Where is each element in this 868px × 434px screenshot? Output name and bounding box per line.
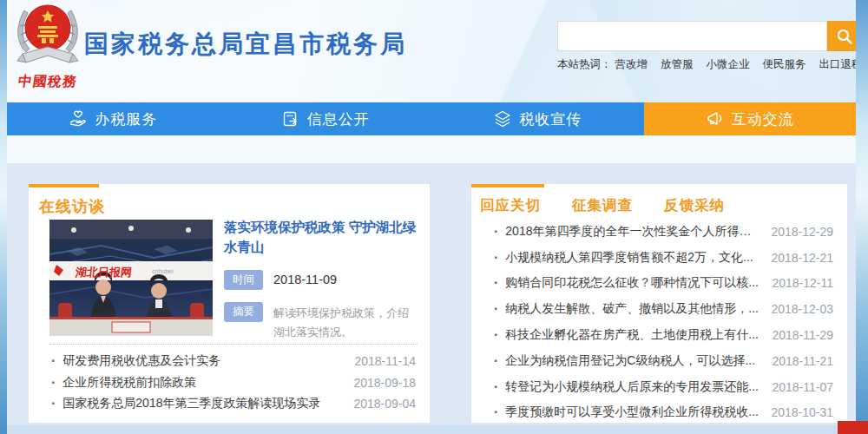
list-item[interactable]: · 科技企业孵化器在房产税、土地使用税上有什... 2018-11-29 [492, 322, 833, 348]
item-title: 科技企业孵化器在房产税、土地使用税上有什... [505, 327, 761, 343]
gap-band [7, 135, 856, 163]
abstract-badge: 摘要 [224, 302, 263, 322]
bullet-icon: · [494, 224, 498, 240]
tab-collect-survey[interactable]: 征集调查 [572, 196, 633, 215]
list-item[interactable]: · 企业所得税税前扣除政策 2018-09-18 [49, 372, 416, 394]
footer-strip [7, 425, 856, 434]
nav-label: 税收宣传 [519, 109, 582, 129]
search-button[interactable] [827, 21, 856, 51]
hotwords-bar: 本站热词： 营改增 放管服 小微企业 便民服务 出口退税 [557, 57, 856, 72]
bullet-icon: · [494, 327, 498, 343]
item-date: 2018-12-29 [771, 225, 833, 239]
photo-url-text: cnhubei [152, 268, 174, 274]
interview-abstract-text: 解读环境保护税政策，介绍湖北落实情况。 [273, 302, 412, 342]
item-date: 2018-12-21 [771, 251, 833, 265]
hotword-link-xiaoweiqiye[interactable]: 小微企业 [707, 57, 750, 72]
bullet-icon: · [494, 301, 498, 317]
bullet-icon: · [51, 396, 56, 411]
item-date: 2018-10-31 [771, 405, 833, 419]
list-item[interactable]: · 纳税人发生解散、破产、撤销以及其他情形，... 2018-12-03 [492, 296, 833, 322]
online-interview-panel: 在线访谈 [29, 184, 430, 423]
site-logo: 中國稅務 [12, 0, 83, 97]
hotword-link-yingaizeng[interactable]: 营改增 [615, 57, 648, 72]
list-item[interactable]: · 购销合同印花税怎么征收？哪种情况下可以核... 2018-12-11 [492, 271, 833, 297]
list-item[interactable]: · 转登记为小规模纳税人后原来的专用发票还能... 2018-11-07 [492, 374, 833, 400]
hotwords-label: 本站热词： [557, 57, 612, 72]
hotword-link-chukoutuishui[interactable]: 出口退税 [819, 57, 857, 72]
interview-abstract-row: 摘要 解读环境保护税政策，介绍湖北落实情况。 [224, 302, 417, 342]
item-title: 小规模纳税人第四季度销售额不超2万，文化... [505, 250, 760, 266]
nav-label: 信息公开 [307, 109, 370, 129]
interview-feature-title[interactable]: 落实环境保护税政策 守护湖北绿水青山 [224, 217, 417, 258]
bullet-icon: · [51, 353, 56, 369]
bullet-icon: · [494, 404, 498, 420]
item-date: 2018-12-03 [771, 302, 833, 316]
red-corner-block [838, 421, 868, 434]
hotword-link-bianminfuwu[interactable]: 便民服务 [763, 57, 806, 72]
interview-feature-info: 落实环境保护税政策 守护湖北绿水青山 时间 2018-11-09 摘要 解读环境… [224, 217, 417, 342]
list-item[interactable]: · 研发费用税收优惠及会计实务 2018-11-14 [49, 351, 416, 372]
search-input[interactable] [557, 21, 827, 51]
megaphone-icon [706, 109, 725, 128]
tab-respond-concerns[interactable]: 回应关切 [480, 196, 541, 215]
item-title: 季度预缴时可以享受小型微利企业所得税税收... [505, 404, 760, 420]
item-title: 2018年第四季度的全年一次性奖金个人所得税... [505, 224, 760, 240]
interview-list: · 研发费用税收优惠及会计实务 2018-11-14 · 企业所得税税前扣除政策… [49, 351, 416, 415]
logo-caption: 中國稅務 [11, 73, 85, 91]
list-item[interactable]: · 小规模纳税人第四季度销售额不超2万，文化... 2018-12-21 [492, 245, 833, 271]
item-date: 2018-11-14 [354, 354, 416, 368]
hand-heart-icon [69, 109, 88, 128]
item-date: 2018-09-18 [353, 376, 416, 390]
item-title: 国家税务总局2018年第三季度政策解读现场实录 [62, 396, 343, 411]
item-date: 2018-11-21 [772, 354, 833, 368]
hotword-link-fangguanfu[interactable]: 放管服 [661, 57, 694, 72]
interview-time-row: 时间 2018-11-09 [224, 270, 417, 290]
item-date: 2018-11-29 [772, 328, 833, 342]
interview-photo[interactable]: 湖北日报网 cnhubei [49, 220, 213, 336]
item-date: 2018-09-04 [353, 397, 416, 411]
interview-time-value: 2018-11-09 [273, 270, 337, 286]
bullet-icon: · [494, 379, 498, 395]
main-nav: 办税服务 信息公开 税收宣传 [7, 102, 856, 135]
item-title: 购销合同印花税怎么征收？哪种情况下可以核... [505, 275, 761, 291]
nav-label: 办税服务 [95, 109, 157, 129]
list-item[interactable]: · 季度预缴时可以享受小型微利企业所得税税收... 2018-10-31 [492, 400, 833, 426]
interaction-panel: 回应关切 征集调查 反馈采纳 · 2018年第四季度的全年一次性奖金个人所得税.… [471, 184, 847, 423]
item-date: 2018-12-11 [772, 276, 833, 290]
item-title: 企业为纳税信用登记为C级纳税人，可以选择... [505, 353, 761, 369]
panel-accent-bar [29, 184, 99, 187]
item-title: 转登记为小规模纳税人后原来的专用发票还能... [505, 379, 761, 395]
page-content: 中國稅務 国家税务总局宜昌市税务局 本站热词： 营改增 放管服 小微企业 便民服… [7, 0, 856, 434]
nav-info-disclosure[interactable]: 信息公开 [220, 102, 432, 135]
search-icon [836, 28, 853, 45]
list-item[interactable]: · 企业为纳税信用登记为C级纳税人，可以选择... 2018-11-21 [492, 348, 833, 374]
item-title: 企业所得税税前扣除政策 [62, 375, 343, 391]
interaction-list: · 2018年第四季度的全年一次性奖金个人所得税... 2018-12-29 ·… [492, 219, 833, 425]
photo-caption: 湖北日报网 [75, 265, 133, 280]
bullet-icon: · [494, 275, 498, 291]
nav-tax-service[interactable]: 办税服务 [7, 102, 220, 135]
interaction-tabs: 回应关切 征集调查 反馈采纳 [480, 196, 756, 215]
item-title: 研发费用税收优惠及会计实务 [62, 353, 344, 369]
site-title: 国家税务总局宜昌市税务局 [84, 28, 407, 61]
dotted-divider [49, 344, 418, 345]
search-box [557, 21, 856, 51]
list-item[interactable]: · 2018年第四季度的全年一次性奖金个人所得税... 2018-12-29 [492, 219, 833, 245]
bullet-icon: · [494, 250, 498, 266]
nav-interaction[interactable]: 互动交流 [644, 102, 857, 135]
panel-accent-bar [471, 184, 544, 187]
site-header: 中國稅務 国家税务总局宜昌市税务局 本站热词： 营改增 放管服 小微企业 便民服… [7, 0, 856, 102]
list-item[interactable]: · 国家税务总局2018年第三季度政策解读现场实录 2018-09-04 [49, 393, 416, 415]
china-tax-emblem-icon [12, 0, 83, 73]
nav-tax-publicity[interactable]: 税收宣传 [431, 102, 644, 135]
time-badge: 时间 [224, 270, 263, 290]
document-arrow-icon [281, 109, 300, 128]
bullet-icon: · [494, 353, 498, 369]
tab-feedback-adoption[interactable]: 反馈采纳 [664, 196, 725, 215]
layers-icon [493, 109, 512, 128]
bullet-icon: · [51, 375, 56, 391]
item-title: 纳税人发生解散、破产、撤销以及其他情形，... [505, 301, 760, 317]
online-interview-title: 在线访谈 [39, 196, 105, 217]
item-date: 2018-11-07 [772, 380, 833, 394]
nav-label: 互动交流 [732, 109, 794, 129]
